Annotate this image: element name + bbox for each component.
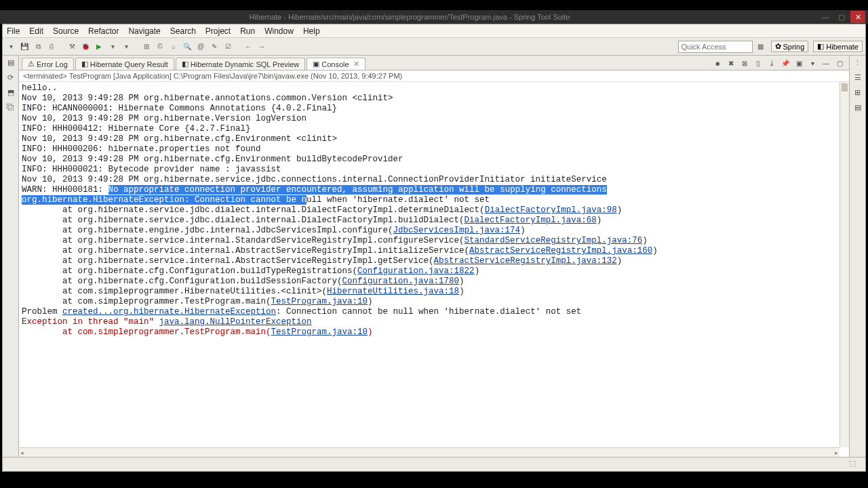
- quick-access-input[interactable]: [678, 41, 753, 53]
- open-console-icon[interactable]: ▾: [807, 58, 818, 68]
- servers-icon[interactable]: ⿻: [5, 103, 16, 114]
- problem-link[interactable]: created...org.hibernate.HibernateExcepti…: [62, 307, 276, 317]
- minimize-button[interactable]: —: [818, 11, 833, 23]
- stack-link-2[interactable]: DialectFactoryImpl.java:68: [465, 216, 597, 225]
- error-log-icon: ⚠: [28, 60, 35, 68]
- open-perspective-icon[interactable]: ▦: [755, 41, 766, 52]
- external-tools-icon[interactable]: ▾: [121, 41, 132, 52]
- scroll-lock-icon[interactable]: ⤓: [766, 58, 777, 68]
- console-area[interactable]: hello.. Nov 10, 2013 9:49:28 PM org.hibe…: [19, 82, 849, 457]
- stack-link-10[interactable]: TestProgram.java:10: [271, 297, 368, 306]
- perspective-hibernate[interactable]: ◧Hibernate: [813, 41, 863, 52]
- left-trim: ▤ ⟳ ⬒ ⿻: [3, 56, 19, 457]
- cheatsheets-icon[interactable]: ▤: [852, 103, 863, 114]
- tab-query-result[interactable]: ◧Hibernate Query Result: [75, 58, 174, 70]
- hibernate-icon: ◧: [817, 42, 824, 51]
- forward-icon[interactable]: →: [256, 41, 267, 52]
- print-icon[interactable]: ⎙: [46, 41, 57, 52]
- display-selected-icon[interactable]: ▣: [793, 58, 804, 68]
- menubar: File Edit Source Refactor Navigate Searc…: [3, 24, 865, 38]
- annotations-icon[interactable]: @: [195, 41, 206, 52]
- scroll-thumb[interactable]: [842, 83, 848, 92]
- horizontal-scrollbar[interactable]: ◂▸: [19, 447, 840, 457]
- outline-icon[interactable]: ⋮: [852, 58, 863, 69]
- stack-link-8[interactable]: Configuration.java:1780: [342, 277, 460, 286]
- debug-icon[interactable]: 🐞: [80, 41, 91, 52]
- new-icon[interactable]: ▾: [5, 41, 16, 52]
- menu-navigate[interactable]: Navigate: [128, 26, 160, 36]
- minimize-view-icon[interactable]: —: [821, 58, 831, 68]
- package-explorer-icon[interactable]: ▤: [5, 58, 16, 69]
- hierarchy-icon[interactable]: ⬒: [5, 88, 16, 99]
- vertical-scrollbar[interactable]: [840, 82, 849, 447]
- menu-refactor[interactable]: Refactor: [88, 26, 119, 36]
- stack-link-3[interactable]: JdbcServicesImpl.java:174: [393, 226, 521, 235]
- run-last-icon[interactable]: ▾: [107, 41, 118, 52]
- task-list-icon[interactable]: ☰: [852, 73, 863, 84]
- tab-error-log[interactable]: ⚠Error Log: [22, 58, 74, 70]
- menu-source[interactable]: Source: [53, 26, 79, 36]
- terminate-icon[interactable]: ■: [712, 58, 723, 68]
- open-type-icon[interactable]: ⌕: [168, 41, 179, 52]
- query-result-icon: ◧: [81, 60, 88, 68]
- stack-link-6[interactable]: AbstractServiceRegistryImpl.java:132: [434, 256, 617, 266]
- exception-link[interactable]: java.lang.NullPointerException: [159, 317, 312, 327]
- spring-icon: ✿: [775, 42, 781, 51]
- clear-console-icon[interactable]: ▯: [753, 58, 764, 68]
- toggle-mark-icon[interactable]: ✎: [209, 41, 220, 52]
- menu-search[interactable]: Search: [170, 26, 196, 36]
- console-text[interactable]: hello.. Nov 10, 2013 9:49:28 PM org.hibe…: [19, 82, 849, 340]
- new-package-icon[interactable]: ⊞: [141, 41, 152, 52]
- main-toolbar: ▾ 💾 ⧉ ⎙ ⚒ 🐞 ▶ ▾ ▾ ⊞ © ⌕ 🔍 @ ✎ ☑ ← → ▦ ✿S…: [3, 38, 865, 56]
- stack-link-1[interactable]: DialectFactoryImpl.java:98: [485, 205, 617, 215]
- menu-file[interactable]: File: [7, 26, 20, 36]
- maximize-button[interactable]: ▢: [834, 11, 849, 23]
- perspective-spring[interactable]: ✿Spring: [771, 41, 809, 52]
- navigator-icon[interactable]: ⟳: [5, 73, 16, 84]
- search-icon[interactable]: 🔍: [182, 41, 193, 52]
- build-icon[interactable]: ⚒: [66, 41, 77, 52]
- console-toolbar: ■ ✖ ⊠ ▯ ⤓ 📌 ▣ ▾ — ▢: [712, 58, 845, 70]
- status-updates-icon[interactable]: ⬚: [849, 459, 860, 470]
- back-icon[interactable]: ←: [243, 41, 254, 52]
- window-title: Hibernate - Hibernate/src/main/java/com/…: [3, 13, 816, 21]
- save-all-icon[interactable]: ⧉: [33, 41, 43, 52]
- menu-run[interactable]: Run: [240, 26, 255, 36]
- maximize-view-icon[interactable]: ▢: [834, 58, 845, 68]
- stack-link-4[interactable]: StandardServiceRegistryImpl.java:76: [465, 236, 643, 245]
- scroll-right-icon[interactable]: ▸: [835, 449, 838, 456]
- workbench: File Edit Source Refactor Navigate Searc…: [2, 24, 866, 472]
- close-tab-icon[interactable]: ✕: [353, 60, 359, 68]
- scroll-left-icon[interactable]: ◂: [20, 449, 24, 456]
- menu-window[interactable]: Window: [264, 26, 294, 36]
- stack-link-9[interactable]: HibernateUtilities.java:18: [327, 287, 459, 296]
- task-icon[interactable]: ☑: [222, 41, 233, 52]
- view-tabstrip: ⚠Error Log ◧Hibernate Query Result ◧Hibe…: [19, 56, 849, 70]
- close-button[interactable]: ✕: [850, 11, 865, 23]
- save-icon[interactable]: 💾: [19, 41, 30, 52]
- menu-edit[interactable]: Edit: [29, 26, 43, 36]
- right-trim: ⋮ ☰ ⊞ ▤: [849, 56, 865, 457]
- menu-project[interactable]: Project: [205, 26, 231, 36]
- selected-text-warn[interactable]: No appropriate connection provider encou…: [108, 185, 607, 195]
- title-bar: Hibernate - Hibernate/src/main/java/com/…: [0, 10, 868, 24]
- run-icon[interactable]: ▶: [94, 41, 104, 52]
- stack-link-11[interactable]: TestProgram.java:10: [271, 327, 368, 337]
- stack-link-5[interactable]: AbstractServiceRegistryImpl.java:160: [469, 246, 652, 256]
- selected-text-exc[interactable]: org.hibernate.HibernateException: Connec…: [22, 195, 307, 205]
- remove-all-icon[interactable]: ⊠: [739, 58, 750, 68]
- stack-link-7[interactable]: Configuration.java:1822: [357, 266, 475, 276]
- status-bar: ⬚: [3, 457, 865, 471]
- pin-console-icon[interactable]: 📌: [780, 58, 791, 68]
- terminated-label: <terminated> TestProgram [Java Applicati…: [19, 70, 849, 82]
- console-icon: ▣: [313, 60, 319, 68]
- properties-icon[interactable]: ⊞: [852, 88, 863, 99]
- menu-help[interactable]: Help: [303, 26, 320, 36]
- sql-preview-icon: ◧: [182, 60, 189, 68]
- tab-console[interactable]: ▣Console✕: [307, 58, 365, 70]
- tab-sql-preview[interactable]: ◧Hibernate Dynamic SQL Preview: [176, 58, 305, 70]
- new-class-icon[interactable]: ©: [155, 41, 165, 52]
- remove-launch-icon[interactable]: ✖: [726, 58, 736, 68]
